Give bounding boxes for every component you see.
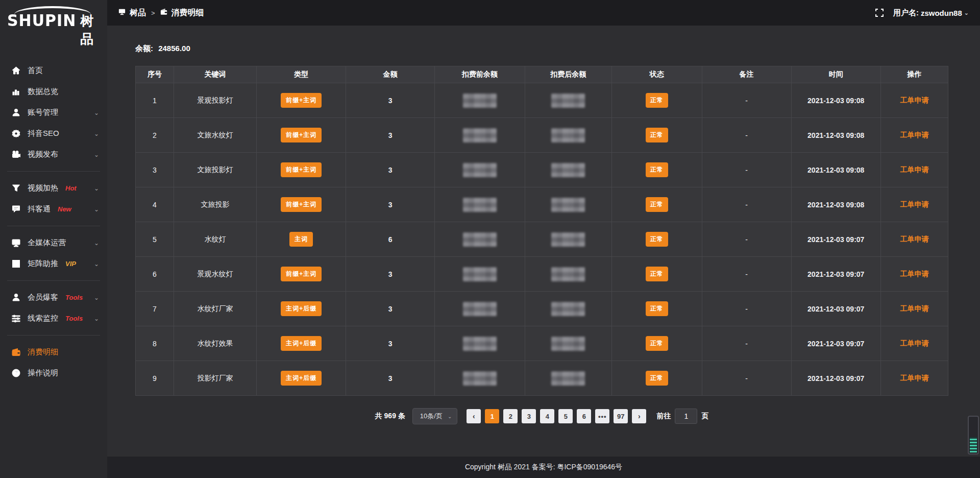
grid-icon [11, 259, 20, 269]
sidebar-item-media-operation[interactable]: 全媒体运营⌄ [0, 232, 107, 253]
sidebar-item-home[interactable]: 首页 [0, 60, 107, 81]
cell-keyword: 文旅水纹灯 [174, 118, 256, 153]
column-header: 扣费前余额 [434, 66, 525, 83]
cell-remark: - [702, 153, 791, 187]
table-row: 1景观投影灯前缀+主词3正常-2021-12-03 09:08工单申请 [136, 83, 948, 118]
table-row: 5水纹灯主词6正常-2021-12-03 09:07工单申请 [136, 222, 948, 257]
work-order-link[interactable]: 工单申请 [900, 200, 928, 208]
sidebar-item-douyin-seo[interactable]: 抖音SEO⌄ [0, 123, 107, 144]
sidebar-item-member-burst[interactable]: 会员爆客Tools⌄ [0, 287, 107, 308]
cell-status: 正常 [611, 83, 702, 118]
status-badge: 正常 [646, 162, 668, 177]
balance-value: 24856.00 [158, 44, 190, 53]
page-button-3[interactable]: 3 [522, 409, 536, 423]
next-page-button[interactable]: › [632, 409, 646, 423]
sidebar-item-matrix-boost[interactable]: 矩阵助推VIP⌄ [0, 253, 107, 274]
cell-balance-before [434, 257, 525, 292]
work-order-link[interactable]: 工单申请 [900, 96, 928, 104]
work-order-link[interactable]: 工单申请 [900, 235, 928, 243]
masked-value [551, 128, 585, 142]
sidebar-item-label: 消费明细 [28, 347, 58, 357]
type-badge: 前缀+主词 [281, 162, 322, 177]
page-button-97[interactable]: 97 [614, 409, 628, 423]
video-camera-icon [11, 150, 20, 159]
cell-amount: 3 [346, 361, 435, 396]
work-order-link[interactable]: 工单申请 [900, 339, 928, 347]
sidebar-item-video-heating[interactable]: 视频加热Hot⌄ [0, 178, 107, 199]
cell-status: 正常 [611, 187, 702, 222]
cell-index: 2 [136, 118, 174, 153]
breadcrumb-separator: > [151, 9, 155, 17]
cell-balance-before [434, 118, 525, 153]
monitor-icon [11, 238, 20, 248]
cell-amount: 3 [346, 257, 435, 292]
svg-text:?: ? [14, 370, 17, 376]
sidebar-item-label: 视频发布 [28, 150, 58, 159]
cell-time: 2021-12-03 09:07 [791, 361, 880, 396]
user-menu[interactable]: 用户名: zswodun88 ⌄ [893, 8, 969, 18]
balance-label: 余额: [135, 44, 153, 53]
cell-type: 前缀+主词 [257, 257, 346, 292]
cell-balance-after [525, 118, 611, 153]
cell-remark: - [702, 222, 791, 257]
masked-value [551, 371, 585, 386]
sidebar-item-account-management[interactable]: 账号管理⌄ [0, 102, 107, 123]
table-row: 3文旅投影灯前缀+主词3正常-2021-12-03 09:08工单申请 [136, 153, 948, 187]
sidebar-divider [7, 280, 100, 281]
balance: 余额: 24856.00 [135, 44, 948, 54]
cell-keyword: 文旅投影 [174, 187, 256, 222]
page-button-2[interactable]: 2 [503, 409, 518, 423]
work-order-link[interactable]: 工单申请 [900, 131, 928, 139]
work-order-link[interactable]: 工单申请 [900, 374, 928, 382]
table-row: 4文旅投影前缀+主词3正常-2021-12-03 09:08工单申请 [136, 187, 948, 222]
type-badge: 前缀+主词 [281, 197, 322, 212]
work-order-link[interactable]: 工单申请 [900, 304, 928, 313]
breadcrumb-root[interactable]: 树品 [130, 8, 146, 18]
cell-type: 前缀+主词 [257, 83, 346, 118]
work-order-link[interactable]: 工单申请 [900, 165, 928, 174]
type-badge: 主词+后缀 [281, 336, 322, 351]
cell-time: 2021-12-03 09:07 [791, 326, 880, 361]
status-badge: 正常 [646, 93, 668, 108]
goto-page-input[interactable] [675, 409, 697, 424]
sidebar-item-data-overview[interactable]: 数据总览 [0, 81, 107, 102]
cell-keyword: 投影灯厂家 [174, 361, 256, 396]
type-badge: 主词 [289, 232, 313, 247]
page-size-select[interactable]: 10条/页 ⌄ [412, 408, 457, 424]
table-row: 2文旅水纹灯前缀+主词3正常-2021-12-03 09:08工单申请 [136, 118, 948, 153]
cell-time: 2021-12-03 09:08 [791, 83, 880, 118]
table-row: 7水纹灯厂家主词+后缀3正常-2021-12-03 09:07工单申请 [136, 292, 948, 326]
cell-index: 4 [136, 187, 174, 222]
user-icon [11, 293, 20, 302]
sidebar-item-label: 线索监控 [28, 314, 58, 323]
cell-action: 工单申请 [880, 361, 948, 396]
cell-remark: - [702, 257, 791, 292]
sidebar-menu: 首页数据总览账号管理⌄抖音SEO⌄视频发布⌄视频加热Hot⌄抖客通New⌄全媒体… [0, 51, 107, 478]
sidebar-item-consumption-detail[interactable]: 消费明细 [0, 342, 107, 363]
sidebar-item-clue-monitor[interactable]: 线索监控Tools⌄ [0, 308, 107, 329]
work-order-link[interactable]: 工单申请 [900, 270, 928, 278]
cell-type: 主词+后缀 [257, 326, 346, 361]
masked-value [463, 337, 497, 351]
page-button-6[interactable]: 6 [577, 409, 591, 423]
corner-widget[interactable] [968, 416, 979, 455]
page-button-5[interactable]: 5 [558, 409, 573, 423]
status-badge: 正常 [646, 336, 668, 351]
app-window: SHUPIN 树品 首页数据总览账号管理⌄抖音SEO⌄视频发布⌄视频加热Hot⌄… [0, 0, 980, 478]
prev-page-button[interactable]: ‹ [467, 409, 481, 423]
sidebar-item-douketong[interactable]: 抖客通New⌄ [0, 199, 107, 220]
content-area: 余额: 24856.00 序号关键词类型金额扣费前余额扣费后余额状态备注时间操作… [107, 26, 980, 457]
cell-remark: - [702, 118, 791, 153]
column-header: 时间 [791, 66, 880, 83]
fullscreen-icon[interactable] [875, 8, 884, 17]
cell-balance-after [525, 292, 611, 326]
page-button-1[interactable]: 1 [485, 409, 499, 423]
ellipsis-pages-button[interactable]: ••• [595, 409, 609, 423]
page-button-4[interactable]: 4 [540, 409, 554, 423]
sidebar-item-video-publish[interactable]: 视频发布⌄ [0, 144, 107, 165]
sidebar-item-operation-guide[interactable]: ?操作说明 [0, 363, 107, 384]
chevron-down-icon: ⌄ [94, 294, 99, 301]
cell-remark: - [702, 292, 791, 326]
chevron-down-icon: ⌄ [94, 151, 99, 158]
cell-amount: 3 [346, 326, 435, 361]
